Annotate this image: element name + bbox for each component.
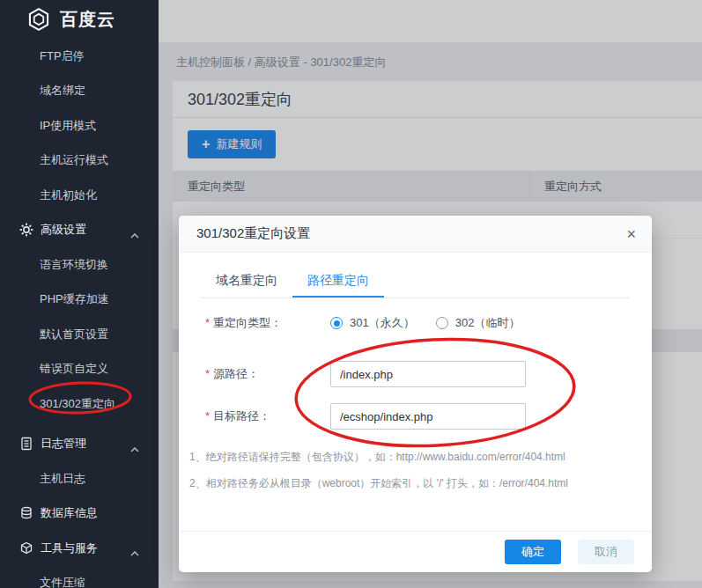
logo: 百度云: [0, 0, 159, 39]
form-row-source-path: *源路径：: [205, 361, 652, 387]
app-window: 百度云 FTP启停 域名绑定 IP使用模式 主机运行模式 主机初始化: [0, 0, 702, 588]
tab-domain-redirect[interactable]: 域名重定向: [201, 264, 292, 298]
database-icon: [19, 506, 33, 520]
sidebar-item-domain-binding[interactable]: 域名绑定: [0, 74, 159, 109]
sidebar: 百度云 FTP启停 域名绑定 IP使用模式 主机运行模式 主机初始化: [0, 0, 159, 588]
required-marker: *: [205, 367, 210, 380]
sidebar-item-error-page[interactable]: 错误页自定义: [0, 352, 159, 387]
logo-text: 百度云: [60, 8, 115, 32]
sidebar-item-301-302-redirect[interactable]: 301/302重定向: [0, 386, 159, 422]
log-icon: [19, 437, 33, 451]
sidebar-item-language-env[interactable]: 语言环境切换: [0, 247, 159, 283]
redirect-settings-dialog: 301/302重定向设置 × 域名重定向 路径重定向 *重定向类型： 301（永…: [179, 216, 652, 572]
cancel-button[interactable]: 取消: [578, 540, 634, 564]
radio-301-permanent[interactable]: 301（永久）: [330, 315, 415, 331]
sidebar-item-php-cache[interactable]: PHP缓存加速: [0, 283, 159, 318]
required-marker: *: [205, 316, 210, 329]
sidebar-item-ip-mode[interactable]: IP使用模式: [0, 108, 159, 143]
dialog-footer: 确定 取消: [179, 531, 652, 572]
sidebar-item-host-init[interactable]: 主机初始化: [0, 178, 159, 213]
source-path-input[interactable]: [330, 361, 526, 387]
gear-icon: [19, 223, 33, 237]
radio-selected-icon: [330, 317, 343, 329]
sidebar-nav: FTP启停 域名绑定 IP使用模式 主机运行模式 主机初始化: [0, 39, 159, 588]
required-marker: *: [205, 409, 210, 423]
form-row-redirect-type: *重定向类型： 301（永久） 302（临时）: [205, 314, 652, 332]
sidebar-item-database-info[interactable]: 数据库信息: [0, 496, 159, 532]
dialog-title: 301/302重定向设置: [196, 225, 310, 242]
redirect-type-radio-group: 301（永久） 302（临时）: [330, 315, 541, 331]
sidebar-item-tools-services[interactable]: 工具与服务: [0, 531, 159, 566]
sidebar-item-log-management[interactable]: 日志管理: [0, 427, 159, 462]
radio-unselected-icon: [436, 317, 448, 329]
dialog-tabs: 域名重定向 路径重定向: [201, 264, 630, 298]
redirect-type-label: *重定向类型：: [205, 315, 330, 331]
note-relative-path: 2、相对路径务必从根目录（webroot）开始索引，以 '/' 打头，如：/er…: [189, 477, 652, 489]
chevron-up-icon[interactable]: [130, 442, 139, 447]
source-path-label: *源路径：: [205, 366, 330, 382]
dialog-header: 301/302重定向设置 ×: [179, 216, 652, 253]
chevron-up-icon[interactable]: [130, 228, 139, 233]
target-path-input[interactable]: [330, 403, 526, 430]
chevron-up-icon[interactable]: [130, 546, 139, 551]
dialog-notes: 1、绝对路径请保持完整（包含协议），如：http://www.baidu.com…: [189, 451, 652, 489]
form-row-target-path: *目标路径：: [205, 403, 652, 430]
baidu-cloud-logo-icon: [26, 7, 51, 32]
sidebar-item-host-log[interactable]: 主机日志: [0, 461, 159, 496]
sidebar-item-default-index[interactable]: 默认首页设置: [0, 317, 159, 352]
tab-path-redirect[interactable]: 路径重定向: [292, 264, 384, 298]
target-path-label: *目标路径：: [205, 408, 330, 424]
close-icon[interactable]: ×: [623, 216, 639, 253]
package-box-icon: [19, 541, 33, 555]
sidebar-item-run-mode[interactable]: 主机运行模式: [0, 143, 159, 179]
note-absolute-path: 1、绝对路径请保持完整（包含协议），如：http://www.baidu.com…: [189, 451, 652, 463]
sidebar-item-advanced-settings[interactable]: 高级设置: [0, 213, 159, 248]
sidebar-item-file-compress[interactable]: 文件压缩: [0, 566, 159, 588]
sidebar-item-ftp[interactable]: FTP启停: [0, 39, 159, 74]
radio-302-temporary[interactable]: 302（临时）: [436, 315, 521, 331]
confirm-button[interactable]: 确定: [505, 540, 561, 564]
